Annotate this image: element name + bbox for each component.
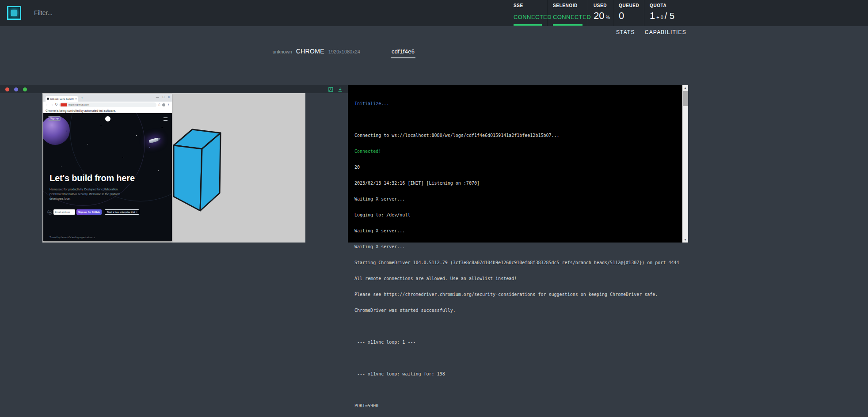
- tab-stats[interactable]: STATS: [616, 29, 635, 35]
- scrollbar-thumb[interactable]: [683, 91, 688, 106]
- stat-quota: QUOTA 1 + 0 / 5: [644, 0, 686, 26]
- stat-queued-label: QUEUED: [619, 3, 639, 8]
- filter-input[interactable]: [34, 7, 193, 19]
- refresh-icon[interactable]: ↻: [55, 103, 58, 106]
- github-email-field[interactable]: Email address: [53, 209, 75, 215]
- back-icon[interactable]: ←: [45, 103, 49, 106]
- session-row: unknown CHROME 1920x1080x24 cdf1f4e6: [0, 48, 688, 58]
- vnc-actions: [328, 87, 343, 92]
- log-line: ChromeDriver was started successfully.: [354, 308, 680, 313]
- app-header: SSE CONNECTED SELENOID CONNECTED USED 20…: [0, 0, 868, 26]
- stat-selenoid: SELENOID CONNECTED: [547, 0, 588, 26]
- vnc-titlebar: [0, 85, 348, 93]
- session-browser: CHROME: [296, 48, 324, 55]
- stat-selenoid-value: CONNECTED: [553, 14, 582, 20]
- log-line: PORT=5900: [354, 403, 680, 409]
- header-stats: SSE CONNECTED SELENOID CONNECTED USED 20…: [508, 0, 686, 26]
- vnc-download-button[interactable]: [338, 87, 343, 92]
- remote-tab[interactable]: GitHub: Let's build fr... ×: [46, 96, 78, 102]
- github-hero-heading: Let's build from here: [49, 173, 135, 183]
- vnc-screenshot-button[interactable]: [328, 87, 333, 92]
- stat-queued-value: 0: [619, 10, 624, 22]
- chrome-avatar[interactable]: [162, 103, 165, 106]
- log-line: Waiting X server...: [354, 244, 680, 250]
- address-bar-warning-badge: [61, 103, 67, 106]
- selenoid-logo-inner-icon: [11, 10, 17, 16]
- session-id-link[interactable]: cdf1f4e6: [391, 48, 415, 58]
- stat-quota-label: QUOTA: [650, 3, 681, 8]
- remote-url-text: https://github.com: [69, 103, 89, 106]
- remote-tabstrip: GitHub: Let's build fr... × + — □ ×: [43, 94, 172, 102]
- vnc-minimize-button[interactable]: [14, 87, 18, 91]
- scrollbar-up-icon[interactable]: ▲: [682, 85, 688, 91]
- scrollbar-down-icon[interactable]: ▼: [682, 237, 688, 243]
- bookmark-star-icon[interactable]: ☆: [158, 103, 161, 106]
- log-line: Please see https://chromedriver.chromium…: [354, 292, 680, 297]
- stat-quota-total: / 5: [665, 11, 674, 21]
- github-trial-button[interactable]: Start a free enterprise trial >: [105, 209, 139, 215]
- remote-window-controls: — □ ×: [156, 95, 170, 99]
- log-line: Connected!: [354, 149, 680, 154]
- code-badge-icon: </>: [47, 210, 52, 215]
- log-line: [354, 356, 680, 361]
- stat-used-unit: %: [605, 15, 610, 20]
- stat-quota-extra: + 0: [656, 15, 663, 20]
- log-line: --- x11vnc loop: waiting for: 198: [354, 372, 680, 377]
- log-scrollbar[interactable]: ▲ ▼: [682, 85, 688, 243]
- view-tabs: STATS CAPABILITIES: [616, 29, 686, 35]
- remote-minimize-icon[interactable]: —: [156, 95, 159, 99]
- log-line: Waiting X server...: [354, 197, 680, 202]
- github-page: Sign up Let's build from here Harnessed …: [43, 113, 172, 241]
- stat-queued: QUEUED 0: [613, 0, 644, 26]
- chrome-menu-icon[interactable]: ⋮: [167, 103, 170, 106]
- github-logo-icon[interactable]: [105, 116, 110, 121]
- remote-browser-window: GitHub: Let's build fr... × + — □ × ← → …: [43, 94, 172, 241]
- stat-used: USED 20 %: [588, 0, 613, 26]
- remote-new-tab-button[interactable]: +: [81, 96, 83, 100]
- log-line: --- x11vnc loop: 1 ---: [354, 340, 680, 345]
- github-signup-top-button[interactable]: Sign up: [48, 116, 61, 121]
- log-line: All remote connections are allowed. Use …: [354, 276, 680, 281]
- github-footnote: Trusted by the world's leading organizat…: [49, 236, 95, 239]
- stat-selenoid-underline: [553, 24, 582, 26]
- github-favicon-icon: [47, 98, 49, 100]
- automation-infobar: Chrome is being controlled by automated …: [43, 108, 172, 113]
- remote-navbar: ← → ↻ https://github.com ☆ ⋮: [43, 102, 172, 108]
- tab-capabilities[interactable]: CAPABILITIES: [645, 29, 686, 35]
- stat-selenoid-label: SELENOID: [553, 3, 582, 8]
- github-topbar: Sign up: [48, 116, 168, 122]
- stat-sse-value: CONNECTED: [514, 14, 542, 20]
- github-signup-button[interactable]: Sign up for GitHub: [76, 209, 102, 215]
- log-line: [354, 117, 680, 122]
- remote-maximize-icon[interactable]: □: [163, 95, 164, 99]
- log-line: [354, 387, 680, 393]
- vnc-maximize-button[interactable]: [23, 87, 27, 91]
- forward-icon[interactable]: →: [50, 103, 53, 106]
- session-resolution: 1920x1080x24: [328, 49, 360, 54]
- hamburger-menu-icon[interactable]: [164, 118, 168, 121]
- log-line: Connecting to ws://localhost:8080/ws/log…: [354, 133, 680, 138]
- drawn-cube: [173, 127, 222, 213]
- stat-used-value: 20: [594, 10, 604, 22]
- selenoid-logo[interactable]: [7, 6, 21, 20]
- github-hero-subtext: Harnessed for productivity. Designed for…: [49, 187, 120, 201]
- log-line: Logging to: /dev/null: [354, 212, 680, 218]
- stat-sse-underline: [514, 24, 542, 26]
- github-cta-row: </> Email address Sign up for GitHub Sta…: [47, 209, 139, 215]
- log-line: Starting ChromeDriver 104.0.5112.79 (3cf…: [354, 260, 680, 265]
- remote-tab-title: GitHub: Let's build fr...: [50, 98, 74, 100]
- vnc-screen[interactable]: GitHub: Let's build fr... × + — □ × ← → …: [42, 93, 305, 243]
- log-line: 2023/02/13 14:32:16 [INIT] [Listening on…: [354, 181, 680, 186]
- remote-tab-close-icon[interactable]: ×: [75, 97, 77, 100]
- vnc-close-button[interactable]: [5, 87, 9, 91]
- log-line: [354, 324, 680, 329]
- stat-quota-value: 1: [650, 10, 655, 22]
- session-log: Initialize... Connecting to ws://localho…: [354, 91, 680, 417]
- stat-sse: SSE CONNECTED: [508, 0, 547, 26]
- automation-infobar-text: Chrome is being controlled by automated …: [46, 109, 116, 112]
- log-panel: Initialize... Connecting to ws://localho…: [348, 85, 688, 243]
- remote-address-bar[interactable]: https://github.com: [59, 102, 156, 107]
- remote-close-icon[interactable]: ×: [168, 95, 170, 99]
- session-owner: unknown: [273, 49, 292, 54]
- log-line: Waiting X server...: [354, 228, 680, 234]
